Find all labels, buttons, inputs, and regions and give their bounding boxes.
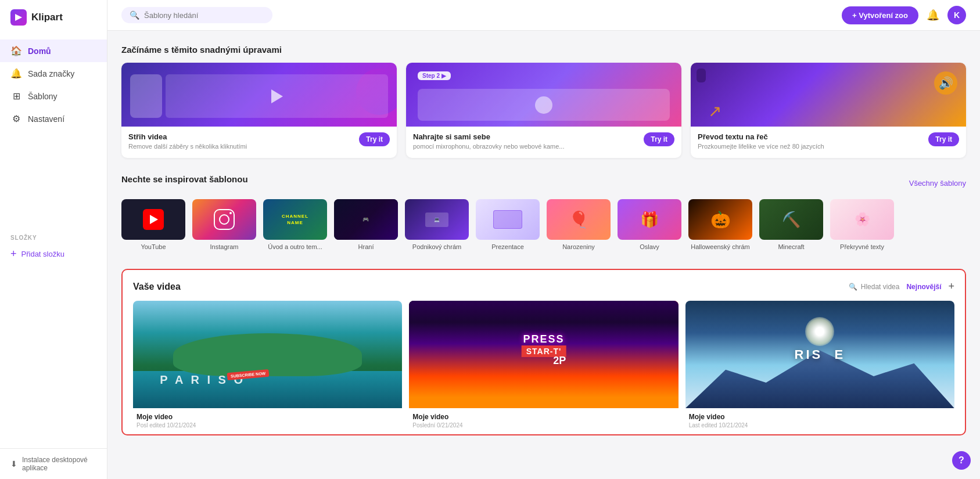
- feature-card-2-text: Nahrajte si sami sebe pomocí mixrophonu,…: [413, 132, 639, 151]
- video-card-2[interactable]: PRESS STAR-T' 2P Moje video Poslední 0/2…: [409, 301, 678, 434]
- video-card-1[interactable]: P A R I S O SUBSCRIBE NOW Moje video Pos…: [133, 301, 402, 434]
- video-2-info: Moje video Poslední 0/21/2024: [409, 408, 678, 434]
- template-label-gaming: Hraní: [358, 243, 374, 250]
- video-card-3[interactable]: RIS E Moje video Last edited 10/21/2024: [685, 301, 954, 434]
- celebration-icon: 🎁: [640, 211, 659, 229]
- template-thumb-presentation: [476, 199, 540, 240]
- video-search-label: Hledat videa: [861, 283, 900, 291]
- ig-dot: [229, 212, 232, 214]
- feature-card-2-desc: pomocí mixrophonu, obrazovky nebo webové…: [413, 142, 639, 151]
- feature-card-3-text: Převod textu na řeč Prozkoumejte lifelik…: [698, 132, 924, 151]
- avatar[interactable]: K: [947, 6, 966, 24]
- app-logo: Klipart: [0, 0, 107, 35]
- template-thumb-channel: CHANNEL NAME: [263, 199, 327, 240]
- template-label-presentation: Prezentace: [491, 243, 524, 250]
- feature-card-2-body: Nahrajte si sami sebe pomocí mixrophonu,…: [406, 127, 681, 158]
- sort-dropdown[interactable]: Nejnovější: [906, 283, 941, 291]
- logo-icon: [10, 9, 27, 26]
- card2-person: [418, 89, 670, 121]
- topbar: 🔍 + Vytvoření zoo 🔔 K: [107, 0, 980, 31]
- feature-card-video-edit[interactable]: Střih videa Remove další záběry s několi…: [121, 63, 397, 158]
- feature-card-record[interactable]: Step 2 ▶ Nahrajte si sami sebe pomocí mi…: [406, 63, 681, 158]
- feature-card-1-body: Střih videa Remove další záběry s několi…: [121, 127, 397, 158]
- content-area: Začínáme s těmito snadnými úpravami Stři…: [107, 31, 980, 435]
- template-thumb-instagram: [192, 199, 256, 240]
- template-item-youtube[interactable]: YouTube: [121, 199, 185, 250]
- search-bar[interactable]: 🔍: [121, 7, 272, 23]
- minecraft-icon: ⛏️: [782, 211, 800, 229]
- template-label-channel: Úvod a outro tem...: [268, 243, 322, 250]
- feature-card-3-desc: Prozkoumejte lifelike ve více než 80 jaz…: [698, 142, 924, 151]
- create-button[interactable]: + Vytvoření zoo: [842, 6, 918, 24]
- presentation-slide: [493, 210, 522, 229]
- template-item-minecraft[interactable]: ⛏️ Minecraft: [759, 199, 823, 250]
- template-thumb-business: 💻: [405, 199, 469, 240]
- notification-icon[interactable]: 🔔: [927, 9, 939, 21]
- template-item-presentation[interactable]: Prezentace: [476, 199, 540, 250]
- brand-icon: 🔔: [10, 68, 22, 79]
- template-item-overlay[interactable]: 🌸 Překryvné texty: [830, 199, 894, 250]
- video-search-icon: 🔍: [849, 283, 857, 291]
- install-desktop-button[interactable]: ⬇ Instalace desktopové aplikace: [10, 456, 96, 472]
- card3-arrow-icon: ↗: [708, 102, 721, 121]
- template-thumb-overlay: 🌸: [830, 199, 894, 240]
- sidebar: Klipart 🏠 Domů 🔔 Sada značky ⊞ Šablony ⚙…: [0, 0, 107, 479]
- rise-text: RIS E: [795, 347, 846, 362]
- feature-card-1-name: Střih videa: [128, 132, 354, 141]
- sidebar-item-home[interactable]: 🏠 Domů: [0, 39, 107, 62]
- template-label-instagram: Instagram: [210, 243, 239, 250]
- video-grid: P A R I S O SUBSCRIBE NOW Moje video Pos…: [133, 301, 954, 434]
- template-item-celebration[interactable]: 🎁 Oslavy: [618, 199, 681, 250]
- video-search-bar[interactable]: 🔍 Hledat videa: [849, 283, 900, 291]
- template-thumb-gaming: 🎮: [334, 199, 398, 240]
- search-input[interactable]: [144, 11, 260, 20]
- help-button[interactable]: ?: [952, 451, 971, 470]
- video-thumb-gaming: PRESS STAR-T' 2P: [409, 301, 678, 408]
- overlay-icon: 🌸: [855, 212, 870, 227]
- template-item-channel[interactable]: CHANNEL NAME Úvod a outro tem...: [263, 199, 327, 250]
- feature-card-2-image: Step 2 ▶: [406, 63, 681, 127]
- add-folder-button[interactable]: + Přidat složku: [0, 243, 107, 265]
- sidebar-item-brand[interactable]: 🔔 Sada značky: [0, 62, 107, 85]
- templates-header: Nechte se inspirovat šablonou Všechny ša…: [121, 174, 966, 192]
- template-item-birthday[interactable]: 🎈 Narozeniny: [547, 199, 611, 250]
- sidebar-item-templates[interactable]: ⊞ Šablony: [0, 85, 107, 107]
- all-templates-link[interactable]: Všechny šablony: [909, 179, 966, 188]
- video-thumb-paradise: P A R I S O SUBSCRIBE NOW: [133, 301, 402, 408]
- search-icon: 🔍: [130, 10, 139, 20]
- birthday-icon: 🎈: [569, 210, 589, 229]
- videos-section-title: Vaše videa: [133, 282, 181, 292]
- template-item-gaming[interactable]: 🎮 Hraní: [334, 199, 398, 250]
- yt-triangle: [150, 215, 158, 224]
- logo-play-icon: [15, 14, 22, 21]
- business-screen: 💻: [425, 213, 448, 227]
- feature-card-3-name: Převod textu na řeč: [698, 132, 924, 141]
- add-icon: +: [10, 248, 17, 260]
- try-video-edit-button[interactable]: Try it: [359, 132, 390, 146]
- video-1-title: Moje video: [137, 413, 399, 421]
- template-thumb-celebration: 🎁: [618, 199, 681, 240]
- template-thumb-halloween: 🎃: [688, 199, 752, 240]
- card2-avatar: [535, 96, 552, 114]
- template-thumb-youtube: [121, 199, 185, 240]
- halloween-icon: 🎃: [710, 210, 731, 229]
- template-label-birthday: Narozeniny: [562, 243, 595, 250]
- sidebar-navigation: 🏠 Domů 🔔 Sada značky ⊞ Šablony ⚙ Nastave…: [0, 35, 107, 228]
- press-start-overlay: PRESS STAR-T' 2P: [522, 333, 566, 367]
- features-section-title: Začínáme s těmito snadnými úpravami: [121, 45, 966, 55]
- feature-card-tts[interactable]: ↗ 🔊 Převod textu na řeč Prozkoumejte lif…: [691, 63, 966, 158]
- press-text: PRESS: [522, 333, 566, 345]
- install-label: Instalace desktopové aplikace: [22, 456, 96, 472]
- topbar-right: + Vytvoření zoo 🔔 K: [842, 6, 966, 24]
- try-tts-button[interactable]: Try it: [928, 132, 959, 146]
- try-record-button[interactable]: Try it: [644, 132, 674, 146]
- videos-controls: 🔍 Hledat videa Nejnovější +: [849, 280, 954, 293]
- sidebar-item-settings[interactable]: ⚙ Nastavení: [0, 107, 107, 130]
- template-item-halloween[interactable]: 🎃 Halloweenský chrám: [688, 199, 752, 250]
- template-item-business[interactable]: 💻 Podnikový chrám: [405, 199, 469, 250]
- video-thumb-mountain: RIS E: [685, 301, 954, 408]
- video-2-title: Moje video: [412, 413, 674, 421]
- add-video-button[interactable]: +: [948, 280, 954, 293]
- folders-section-label: SLOŽKY: [0, 228, 107, 243]
- template-item-instagram[interactable]: Instagram: [192, 199, 256, 250]
